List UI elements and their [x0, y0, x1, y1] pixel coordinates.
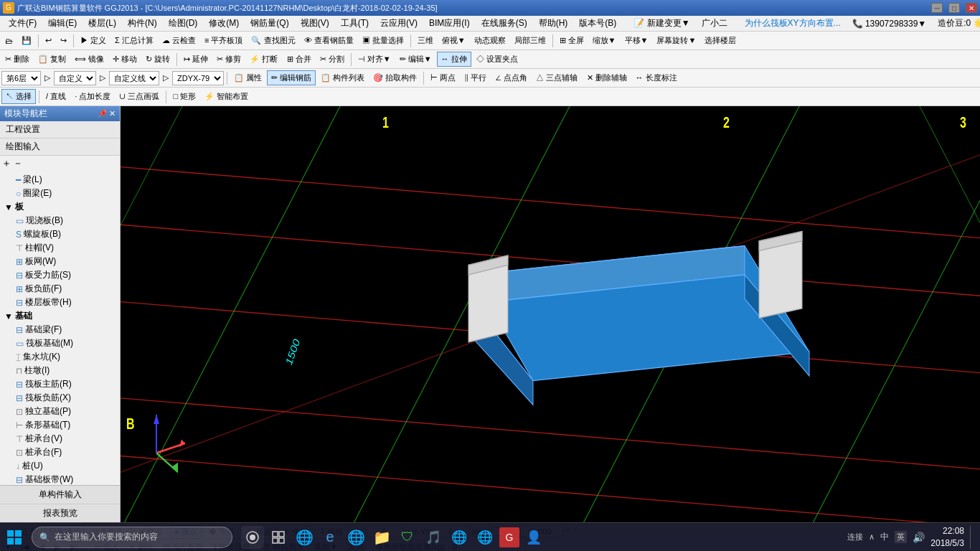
taskbar-task-view[interactable] [267, 526, 290, 549]
nav-add-icon[interactable]: ＋ [1, 157, 11, 170]
btn-rotate[interactable]: 屏幕旋转▼ [653, 34, 699, 47]
menu-edit[interactable]: 编辑(E) [42, 16, 83, 31]
menu-element[interactable]: 构件(N) [122, 16, 163, 31]
btn-redo[interactable]: ↪ [57, 34, 70, 47]
tree-beam[interactable]: ━ 梁(L) [1, 173, 118, 187]
linetype-select[interactable]: 自定义线 [109, 71, 159, 85]
btn-top-view[interactable]: 俯视▼ [438, 34, 469, 47]
menu-file[interactable]: 文件(F) [3, 16, 42, 31]
btn-element-list[interactable]: 📋 构件列表 [317, 71, 368, 85]
btn-calc[interactable]: Σ 汇总计算 [111, 34, 157, 47]
viewport[interactable]: 1 2 3 B 0 1500 [121, 106, 980, 522]
report-btn[interactable]: 报表预览 [0, 504, 120, 522]
floor-select[interactable]: 第6层 [1, 71, 41, 85]
taskbar-gd[interactable]: G [499, 527, 519, 547]
btn-edit-rebar[interactable]: ✏ 编辑钢筋 [267, 70, 316, 85]
maximize-button[interactable]: □ [948, 3, 960, 13]
btn-level-top[interactable]: ≡ 平齐板顶 [201, 34, 246, 47]
nav-pin[interactable]: 📌 [98, 109, 108, 118]
menu-new-change[interactable]: 📝 新建变更▼ [628, 16, 695, 31]
close-button[interactable]: ✕ [966, 3, 977, 13]
btn-pick[interactable]: 🎯 抬取构件 [369, 71, 420, 85]
btn-batch-select[interactable]: ▣ 批量选择 [359, 34, 407, 47]
menu-gd2[interactable]: 广小二 [696, 16, 733, 31]
tree-found-band[interactable]: ⊟ 基础板带(W) [1, 473, 118, 485]
btn-find[interactable]: 🔍 查找图元 [248, 34, 298, 47]
btn-zoom[interactable]: 缩放▼ [589, 34, 620, 47]
tree-pile-cap2[interactable]: ⊡ 桩承台(F) [1, 446, 118, 459]
btn-line[interactable]: / 直线 [42, 90, 70, 103]
menu-version[interactable]: 版本号(B) [573, 16, 622, 31]
btn-properties[interactable]: 📋 属性 [230, 71, 265, 85]
code-select[interactable]: ZDYX-79 [172, 71, 224, 85]
tree-raft-neg[interactable]: ⊟ 筏板负筋(X) [1, 391, 118, 405]
taskbar-edge[interactable]: 🌐 [293, 526, 316, 549]
menu-why[interactable]: 为什么筏板XY方向布置... [739, 16, 847, 31]
btn-open[interactable]: 🗁 [1, 35, 17, 47]
btn-fullscreen[interactable]: ⊞ 全屏 [556, 34, 588, 47]
btn-stretch[interactable]: ↔ 拉伸 [437, 52, 471, 67]
tree-pile-cap[interactable]: ⊤ 桩承台(V) [1, 432, 118, 446]
taskbar-cortana[interactable] [241, 526, 264, 549]
tree-stress-bar[interactable]: ⊟ 板受力筋(S) [1, 268, 118, 282]
menu-view[interactable]: 视图(V) [295, 16, 335, 31]
taskbar-ie[interactable]: e [319, 526, 341, 549]
btn-parallel[interactable]: ∥ 平行 [461, 71, 490, 85]
btn-rotate2[interactable]: ↻ 旋转 [142, 52, 174, 66]
btn-pan[interactable]: 平移▼ [621, 34, 652, 47]
tree-floor-band[interactable]: ⊟ 楼层板带(H) [1, 296, 118, 309]
tree-found-beam[interactable]: ⊟ 基础梁(F) [1, 323, 118, 336]
btn-3d[interactable]: 三维 [414, 34, 437, 47]
taskbar-player[interactable]: 🎵 [422, 526, 445, 549]
btn-extend[interactable]: ↦ 延伸 [180, 52, 212, 66]
tree-cast-slab[interactable]: ▭ 现浇板(B) [1, 214, 118, 227]
taskbar-shield[interactable]: 🛡 [396, 526, 419, 549]
tree-raft[interactable]: ▭ 筏板基础(M) [1, 336, 118, 350]
tree-spiral-slab[interactable]: S 螺旋板(B) [1, 227, 118, 241]
btn-select-floor[interactable]: 选择楼层 [701, 34, 740, 47]
taskbar-user[interactable]: 👤 [522, 526, 545, 549]
show-desktop-btn[interactable] [970, 526, 974, 549]
taskbar-search[interactable]: 🔍 在这里输入你要搜索的内容 [32, 527, 232, 548]
menu-floor[interactable]: 楼层(L) [83, 16, 122, 31]
menu-bim[interactable]: BIM应用(I) [423, 16, 476, 31]
btn-pointangle[interactable]: ∠ 点点角 [491, 71, 531, 85]
btn-split[interactable]: ✂ 分割 [316, 52, 348, 66]
minimize-button[interactable]: ─ [931, 3, 943, 13]
nav-close[interactable]: ✕ [109, 109, 116, 118]
nav-engineering-btn[interactable]: 工程设置 [0, 121, 120, 138]
tree-slab-net[interactable]: ⊞ 板网(W) [1, 255, 118, 268]
menu-modify[interactable]: 修改(M) [203, 16, 245, 31]
btn-delete[interactable]: ✂ 删除 [1, 52, 33, 66]
taskbar-input-method[interactable]: 中 [880, 531, 889, 543]
btn-select-tool[interactable]: ↖ 选择 [1, 89, 36, 104]
menu-draw[interactable]: 绘图(D) [163, 16, 204, 31]
tree-col-pier[interactable]: ⊓ 柱墩(I) [1, 364, 118, 377]
taskbar-show-hidden[interactable]: ∧ [869, 532, 875, 542]
menu-tools[interactable]: 工具(T) [335, 16, 374, 31]
btn-smart[interactable]: ⚡ 智能布置 [201, 90, 252, 103]
btn-define[interactable]: ▶ 定义 [77, 34, 110, 47]
btn-cloud-check[interactable]: ☁ 云检查 [159, 34, 199, 47]
btn-edit2[interactable]: ✏ 编辑▼ [396, 52, 435, 66]
btn-dynamic[interactable]: 动态观察 [471, 34, 509, 47]
btn-mirror[interactable]: ⟺ 镜像 [71, 52, 108, 66]
taskbar-app2[interactable]: 🌐 [473, 526, 496, 549]
tree-iso-found[interactable]: ⊡ 独立基础(P) [1, 405, 118, 418]
btn-point-len[interactable]: · 点加长度 [71, 90, 114, 103]
tree-strip[interactable]: ⊢ 条形基础(T) [1, 418, 118, 432]
btn-lenmark[interactable]: ↔ 长度标注 [632, 71, 681, 85]
menu-online[interactable]: 在线服务(S) [476, 16, 533, 31]
btn-threeaux[interactable]: △ 三点辅轴 [532, 71, 581, 85]
menu-help[interactable]: 帮助(H) [533, 16, 574, 31]
tree-group-slab[interactable]: ▼ 板 [1, 200, 118, 214]
btn-twopoint[interactable]: ⊢ 两点 [427, 71, 459, 85]
menu-rebar-qty[interactable]: 钢筋量(Q) [245, 16, 294, 31]
taskbar-lang[interactable]: 英 [895, 531, 907, 543]
btn-move[interactable]: ✛ 移动 [109, 52, 141, 66]
btn-local-3d[interactable]: 局部三维 [511, 34, 550, 47]
single-element-btn[interactable]: 单构件输入 [0, 486, 120, 504]
btn-copy[interactable]: 📋 复制 [34, 52, 70, 66]
menu-cloud[interactable]: 云应用(V) [374, 16, 423, 31]
btn-delaux[interactable]: ✕ 删除辅轴 [583, 71, 631, 85]
